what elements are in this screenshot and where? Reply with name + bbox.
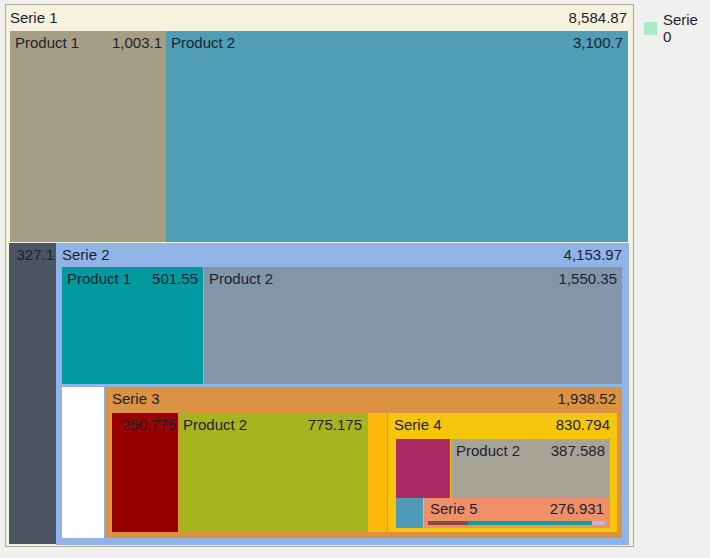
treemap-tile-serie3-small[interactable]: 250.775 <box>112 413 178 532</box>
serie4-label: Serie 4 <box>394 415 442 435</box>
treemap-node-serie4-header: Serie 4 830.794 <box>394 415 610 435</box>
tile-label: Product 2 <box>456 441 520 461</box>
treemap-tile-serie2-product2[interactable]: Product 2 1,550.35 <box>204 267 622 384</box>
tile-value: 775.175 <box>308 415 362 435</box>
tile-header: 327.1 <box>11 245 54 265</box>
treemap-region-serie2[interactable]: Serie 2 4,153.97 Product 1 501.55 Produc… <box>56 243 629 545</box>
treemap-tile-serie1-small[interactable]: 327.1 <box>9 243 56 544</box>
treemap-tile-serie5-child2[interactable] <box>468 521 592 525</box>
tile-header: 250.775 <box>114 415 176 435</box>
treemap-tile-serie3-sliver[interactable] <box>368 413 387 532</box>
serie2-value: 4,153.97 <box>564 245 622 265</box>
tile-header: Product 1 1,003.1 <box>15 33 162 53</box>
tile-header: Product 2 775.175 <box>183 415 362 435</box>
treemap-node-serie3-header: Serie 3 1,938.52 <box>112 389 616 409</box>
tile-value: 327.1 <box>16 245 54 265</box>
treemap-tile-serie2-product1[interactable]: Product 1 501.55 <box>62 267 203 384</box>
tile-label: Product 1 <box>67 269 131 289</box>
treemap-tile-serie1-product1[interactable]: Product 1 1,003.1 <box>10 31 166 242</box>
serie2-label: Serie 2 <box>62 245 110 265</box>
treemap-tile-serie1-product2[interactable]: Product 2 3,100.7 <box>166 31 628 242</box>
serie3-label: Serie 3 <box>112 389 160 409</box>
legend-swatch <box>644 22 657 35</box>
tile-label: Product 1 <box>15 33 79 53</box>
tile-header: Product 2 1,550.35 <box>209 269 617 289</box>
treemap-node-serie5-header: Serie 5 276.931 <box>430 499 604 519</box>
treemap-node-serie2-header: Serie 2 4,153.97 <box>62 245 622 265</box>
tile-value: 250.775 <box>122 415 176 435</box>
treemap-tile-serie3-product2[interactable]: Product 2 775.175 <box>179 413 367 532</box>
treemap-tile-serie2-small[interactable] <box>62 387 104 538</box>
treemap-tile-serie4-product2[interactable]: Product 2 387.588 <box>451 439 610 498</box>
treemap-tile-serie4-blue[interactable] <box>396 498 423 528</box>
treemap-region-serie3[interactable]: Serie 3 1,938.52 250.775 Product 2 775.1… <box>105 387 622 538</box>
tile-value: 501.55 <box>152 269 198 289</box>
tile-header: Product 1 501.55 <box>67 269 198 289</box>
treemap-tile-serie5-child3[interactable] <box>592 521 605 525</box>
tile-header: Product 2 3,100.7 <box>171 33 623 53</box>
serie1-value: 8,584.87 <box>569 8 627 28</box>
treemap-node-serie1-header: Serie 1 8,584.87 <box>10 8 627 28</box>
treemap-panel: Serie 1 8,584.87 Product 1 1,003.1 Produ… <box>5 4 634 547</box>
treemap-tile-serie5-child1[interactable] <box>428 521 468 525</box>
legend-item-serie0[interactable]: Serie 0 <box>644 11 710 45</box>
legend-label: Serie 0 <box>663 11 710 45</box>
tile-header: Product 2 387.588 <box>456 441 605 461</box>
serie4-value: 830.794 <box>556 415 610 435</box>
serie5-value: 276.931 <box>550 499 604 519</box>
tile-label: Product 2 <box>171 33 235 53</box>
serie1-label: Serie 1 <box>10 8 58 28</box>
tile-value: 387.588 <box>551 441 605 461</box>
treemap-tile-serie4-small[interactable] <box>396 439 450 498</box>
tile-label: Product 2 <box>183 415 247 435</box>
page: { "legend": { "label": "Serie 0" }, "col… <box>0 0 710 558</box>
tile-label: Product 2 <box>209 269 273 289</box>
treemap-region-serie5[interactable]: Serie 5 276.931 <box>424 498 610 528</box>
treemap-region-serie4[interactable]: Serie 4 830.794 Product 2 387.588 <box>388 413 617 532</box>
serie5-label: Serie 5 <box>430 499 478 519</box>
tile-value: 1,550.35 <box>559 269 617 289</box>
tile-value: 3,100.7 <box>573 33 623 53</box>
serie3-value: 1,938.52 <box>558 389 616 409</box>
tile-value: 1,003.1 <box>112 33 162 53</box>
